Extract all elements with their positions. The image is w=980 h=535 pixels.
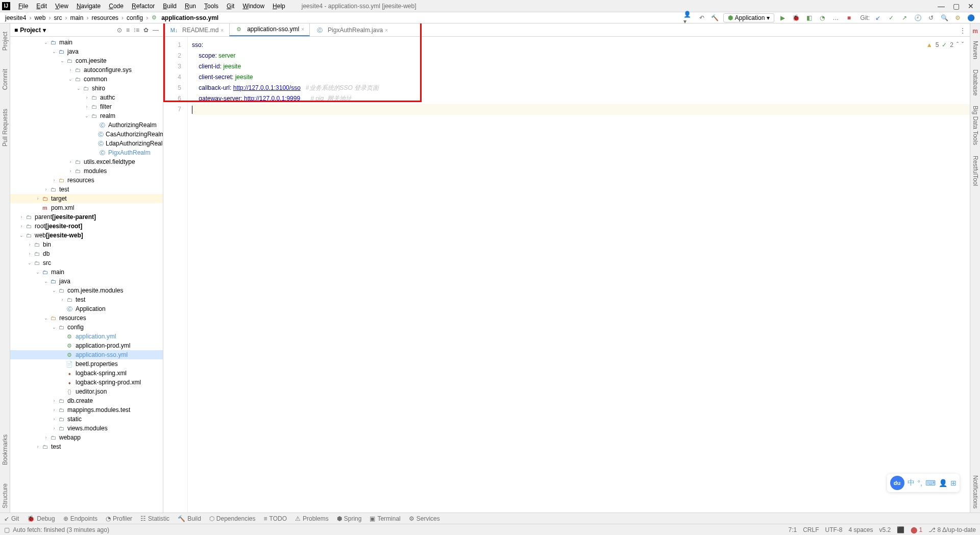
status-mem-icon[interactable]: ⬛ bbox=[897, 526, 904, 533]
menu-file[interactable]: File bbox=[14, 2, 32, 11]
tab-actions-icon[interactable]: ⋮ bbox=[955, 25, 970, 36]
chevron-down-icon[interactable]: ˇ bbox=[962, 40, 964, 51]
tool-endpoints[interactable]: ⊕ Endpoints bbox=[63, 515, 97, 522]
hammer-build-icon[interactable]: 🔨 bbox=[710, 13, 720, 23]
project-tree[interactable]: ⌄🗀main ⌄🗀java ⌄🗀com.jeesite ›🗀autoconfig… bbox=[10, 37, 163, 513]
chevron-up-icon[interactable]: ˆ bbox=[957, 40, 959, 51]
collapse-all-icon[interactable]: ⁝≡ bbox=[134, 27, 139, 34]
menu-window[interactable]: Window bbox=[238, 2, 268, 11]
status-encoding[interactable]: UTF-8 bbox=[825, 526, 843, 533]
tab-commit[interactable]: Commit bbox=[2, 65, 9, 94]
status-error-icon[interactable]: ⬤ 1 bbox=[911, 526, 922, 533]
menu-tools[interactable]: Tools bbox=[200, 2, 223, 11]
tool-spring[interactable]: ⬢ Spring bbox=[337, 515, 362, 522]
tab-bookmarks[interactable]: Bookmarks bbox=[2, 430, 9, 469]
run-icon[interactable]: ▶ bbox=[777, 13, 788, 23]
git-update-icon[interactable]: ↙ bbox=[873, 13, 883, 23]
tree-selected-file[interactable]: ⚙application-sso.yml bbox=[10, 350, 163, 359]
tool-windows-icon[interactable]: ▢ bbox=[4, 526, 10, 533]
git-commit-icon[interactable]: ✓ bbox=[886, 13, 896, 23]
menu-view[interactable]: View bbox=[51, 2, 72, 11]
tool-problems[interactable]: ⚠ Problems bbox=[295, 515, 329, 522]
menu-git[interactable]: Git bbox=[223, 2, 238, 11]
git-push-icon[interactable]: ↗ bbox=[899, 13, 910, 23]
tab-restful[interactable]: RestfulTool bbox=[972, 152, 979, 190]
run-config-selector[interactable]: ⬢ Application ▾ bbox=[723, 13, 775, 22]
menu-refactor[interactable]: Refactor bbox=[128, 2, 159, 11]
profile-icon[interactable]: ◔ bbox=[817, 13, 827, 23]
tab-bigdata[interactable]: Big Data Tools bbox=[972, 102, 979, 149]
tool-build[interactable]: 🔨 Build bbox=[178, 515, 201, 522]
bc-src[interactable]: src bbox=[53, 14, 63, 21]
tab-pigxauthrealm[interactable]: ⒸPigxAuthRealm.java× bbox=[310, 23, 394, 36]
coverage-icon[interactable]: ◧ bbox=[804, 13, 814, 23]
close-tab-icon[interactable]: × bbox=[301, 27, 304, 32]
status-indent[interactable]: 4 spaces bbox=[849, 526, 873, 533]
punct-icon[interactable]: °, bbox=[918, 479, 923, 487]
attach-icon[interactable]: … bbox=[830, 13, 841, 23]
user-icon[interactable]: 👤 bbox=[939, 479, 947, 487]
tool-profiler[interactable]: ◔ Profiler bbox=[106, 515, 132, 522]
ide-updates-icon[interactable]: ⚙ bbox=[952, 13, 963, 23]
menu-help[interactable]: Help bbox=[268, 2, 289, 11]
keyboard-icon[interactable]: ⌨ bbox=[925, 479, 936, 487]
settings-icon[interactable]: ✿ bbox=[143, 27, 149, 34]
editor-body[interactable]: 1 2 3 4 5 6 7 sso: scope: server client-… bbox=[163, 37, 970, 513]
minimize-icon[interactable]: — bbox=[938, 2, 945, 10]
bc-root[interactable]: jeesite4 bbox=[4, 14, 27, 21]
ime-icon[interactable]: 中 bbox=[908, 478, 915, 488]
git-rollback-icon[interactable]: ↺ bbox=[926, 13, 936, 23]
hide-icon[interactable]: — bbox=[153, 27, 159, 34]
code-content[interactable]: sso: scope: server client-id: jeesite cl… bbox=[188, 37, 970, 513]
tab-application-sso[interactable]: ⚙application-sso.yml× bbox=[229, 23, 310, 36]
grid-icon[interactable]: ⊞ bbox=[950, 479, 957, 487]
close-tab-icon[interactable]: × bbox=[220, 28, 224, 33]
maven-icon[interactable]: m bbox=[972, 28, 978, 35]
menu-code[interactable]: Code bbox=[105, 2, 128, 11]
status-version[interactable]: v5.2 bbox=[879, 526, 891, 533]
tool-services[interactable]: ⚙ Services bbox=[409, 515, 440, 522]
status-line-sep[interactable]: CRLF bbox=[803, 526, 819, 533]
tab-database[interactable]: Database bbox=[972, 65, 979, 100]
tool-terminal[interactable]: ▣ Terminal bbox=[370, 515, 400, 522]
bc-resources[interactable]: resources bbox=[90, 14, 119, 21]
bc-main[interactable]: main bbox=[69, 14, 84, 21]
maximize-icon[interactable]: ▢ bbox=[953, 2, 960, 10]
tool-dependencies[interactable]: ⬡ Dependencies bbox=[209, 515, 256, 522]
expand-all-icon[interactable]: ≡ bbox=[126, 27, 130, 34]
search-icon[interactable]: 🔍 bbox=[939, 13, 949, 23]
bc-config[interactable]: config bbox=[126, 14, 144, 21]
menu-edit[interactable]: Edit bbox=[32, 2, 51, 11]
git-history-icon[interactable]: 🕘 bbox=[913, 13, 923, 23]
debug-icon[interactable]: 🐞 bbox=[791, 13, 801, 23]
inspection-widget[interactable]: ▲5 ✓2 ˆˇ bbox=[926, 40, 964, 51]
menu-run[interactable]: Run bbox=[181, 2, 200, 11]
floating-widget[interactable]: du 中 °, ⌨ 👤 ⊞ bbox=[887, 474, 960, 492]
tab-notifications[interactable]: Notifications bbox=[972, 471, 979, 513]
close-icon[interactable]: ✕ bbox=[968, 2, 974, 10]
tab-readme[interactable]: M↓README.md× bbox=[164, 23, 229, 36]
back-icon[interactable]: ↶ bbox=[697, 13, 707, 23]
avatar-icon[interactable]: 🔵 bbox=[966, 13, 976, 23]
status-git-branch[interactable]: ⎇ 8 Δ/up-to-date bbox=[928, 526, 976, 533]
bc-file[interactable]: application-sso.yml bbox=[160, 14, 219, 21]
tab-pull-requests[interactable]: Pull Requests bbox=[2, 105, 9, 151]
tool-git[interactable]: ↙ Git bbox=[4, 515, 19, 522]
tab-structure[interactable]: Structure bbox=[2, 479, 9, 513]
menu-build[interactable]: Build bbox=[159, 2, 181, 11]
tool-statistic[interactable]: ☷ Statistic bbox=[140, 515, 169, 522]
add-user-icon[interactable]: 👤▾ bbox=[683, 13, 694, 23]
du-logo-icon[interactable]: du bbox=[890, 476, 904, 490]
folder-icon: 🗀 bbox=[49, 185, 57, 193]
close-tab-icon[interactable]: × bbox=[385, 28, 388, 33]
status-caret-pos[interactable]: 7:1 bbox=[788, 526, 797, 533]
select-opened-icon[interactable]: ⊙ bbox=[117, 27, 122, 34]
tab-maven[interactable]: Maven bbox=[972, 37, 979, 63]
bc-web[interactable]: web bbox=[33, 14, 46, 21]
menu-navigate[interactable]: Navigate bbox=[72, 2, 105, 11]
tab-project[interactable]: Project bbox=[2, 28, 9, 55]
tool-debug[interactable]: 🐞 Debug bbox=[27, 515, 55, 522]
stop-icon[interactable]: ■ bbox=[844, 13, 854, 23]
tool-todo[interactable]: ≡ TODO bbox=[264, 515, 287, 522]
project-panel-title[interactable]: ■ Project ▾ bbox=[14, 27, 46, 34]
